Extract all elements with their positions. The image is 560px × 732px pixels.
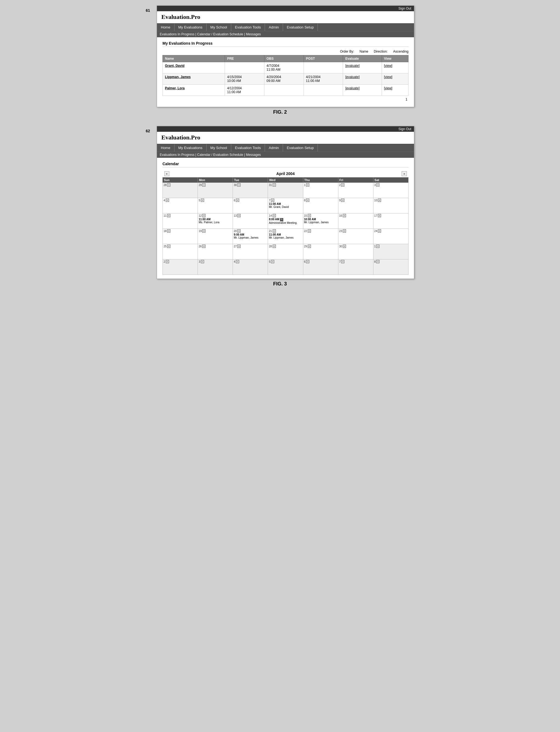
cal-add-icon[interactable]: +: [202, 214, 205, 217]
cal-day-cell: 4 +: [163, 198, 198, 213]
eval-evaluate-cell[interactable]: [evaluate]: [343, 85, 382, 96]
cal-add-icon[interactable]: +: [273, 214, 276, 217]
cal-add-icon[interactable]: +: [341, 260, 344, 263]
cal-event[interactable]: 10:00 AMMr. Lippman, James: [304, 218, 337, 224]
col-wed: Wed: [268, 178, 303, 183]
cal-add-icon[interactable]: +: [201, 260, 204, 263]
eval-table-row: Grant, David4/7/200411:00 AM[evaluate][v…: [163, 62, 408, 73]
cal-next-btn[interactable]: »: [402, 171, 407, 176]
nav-evaluation-tools-fig2[interactable]: Evaluation Tools: [231, 24, 265, 31]
cal-add-icon[interactable]: +: [306, 199, 309, 202]
cal-add-icon[interactable]: +: [202, 183, 205, 187]
cal-add-icon[interactable]: +: [376, 245, 379, 248]
cal-event[interactable]: 8:00 AM ✎Administrative Meeting.: [269, 218, 302, 224]
nav-evaluation-tools-fig3[interactable]: Evaluation Tools: [231, 144, 265, 151]
sub-nav-text-fig3[interactable]: Evaluations In Progress | Calendar / Eva…: [160, 153, 261, 157]
cal-event[interactable]: 9:00 AMMr. Lippman, James: [234, 233, 267, 239]
cal-day-cell: 13 +: [233, 213, 268, 229]
cal-add-icon[interactable]: +: [308, 229, 311, 233]
cal-add-icon[interactable]: +: [343, 214, 346, 217]
cal-add-icon[interactable]: +: [166, 260, 169, 263]
cal-add-icon[interactable]: +: [237, 229, 241, 233]
eval-evaluate-cell[interactable]: [evaluate]: [343, 73, 382, 85]
sub-nav-fig3: Evaluations In Progress | Calendar / Eva…: [157, 151, 414, 158]
eval-name-cell[interactable]: Lippman, James: [163, 73, 225, 85]
cal-add-icon[interactable]: +: [166, 199, 169, 202]
cal-add-icon[interactable]: +: [343, 245, 346, 248]
cal-add-icon[interactable]: +: [167, 183, 170, 187]
cal-day-cell: 10 +: [373, 198, 408, 213]
cal-add-icon[interactable]: +: [202, 245, 205, 248]
eval-view-cell[interactable]: [view]: [382, 73, 408, 85]
cal-add-icon[interactable]: +: [273, 229, 276, 233]
cal-add-icon[interactable]: +: [343, 229, 346, 233]
cal-event[interactable]: 11:00 AMMr. Grant, David: [269, 202, 302, 208]
eval-view-cell[interactable]: [view]: [382, 62, 408, 73]
signout-button-fig3[interactable]: Sign Out: [398, 127, 411, 131]
cal-day-number: 7 +: [339, 260, 372, 263]
cal-add-icon[interactable]: +: [271, 260, 274, 263]
nav-evaluation-setup-fig2[interactable]: Evaluation Setup: [283, 24, 318, 31]
cal-add-icon[interactable]: +: [236, 199, 239, 202]
col-thu: Thu: [303, 178, 338, 183]
nav-admin-fig2[interactable]: Admin: [265, 24, 283, 31]
cal-add-icon[interactable]: +: [378, 199, 381, 202]
cal-add-icon[interactable]: +: [271, 199, 274, 202]
cal-add-icon[interactable]: +: [378, 214, 381, 217]
cal-day-cell: 26 +: [198, 244, 233, 259]
signout-button[interactable]: Sign Out: [398, 7, 411, 10]
cal-add-icon[interactable]: +: [341, 183, 344, 187]
cal-event[interactable]: 11:00 AMMr. Lippman, James: [269, 233, 302, 239]
cal-day-number: 13 +: [234, 214, 267, 217]
cal-add-icon[interactable]: +: [237, 214, 241, 217]
cal-day-number: 28 +: [164, 183, 197, 187]
sub-nav-text-fig2[interactable]: Evaluations In Progress | Calendar / Eva…: [160, 32, 261, 36]
cal-add-icon[interactable]: +: [341, 199, 344, 202]
nav-evaluation-setup-fig3[interactable]: Evaluation Setup: [283, 144, 318, 151]
direction-value[interactable]: Ascending: [393, 50, 408, 53]
cal-prev-btn[interactable]: «: [164, 171, 169, 176]
nav-admin-fig3[interactable]: Admin: [265, 144, 283, 151]
cal-add-icon[interactable]: +: [237, 183, 241, 187]
nav-my-evaluations-fig3[interactable]: My Evaluations: [175, 144, 207, 151]
cal-add-icon[interactable]: +: [308, 214, 311, 217]
cal-add-icon[interactable]: +: [167, 229, 170, 233]
app-header-fig2: Evaluation.Pro: [157, 11, 414, 23]
cal-add-icon[interactable]: +: [236, 260, 239, 263]
cal-day-cell: 30 +: [338, 244, 373, 259]
cal-add-icon[interactable]: +: [306, 260, 309, 263]
screen-fig3: Sign Out Evaluation.Pro Home My Evaluati…: [157, 126, 414, 279]
cal-add-icon[interactable]: +: [378, 229, 381, 233]
event-type-icon[interactable]: ✎: [280, 218, 283, 221]
eval-name-cell[interactable]: Grant, David: [163, 62, 225, 73]
cal-add-icon[interactable]: +: [376, 260, 379, 263]
nav-home-fig2[interactable]: Home: [157, 24, 175, 31]
figure-2-number: 61: [146, 5, 154, 13]
cal-add-icon[interactable]: +: [202, 229, 205, 233]
eval-cell: 4/7/200411:00 AM: [264, 62, 304, 73]
nav-my-evaluations-fig2[interactable]: My Evaluations: [175, 24, 207, 31]
nav-my-school-fig3[interactable]: My School: [207, 144, 231, 151]
nav-my-school-fig2[interactable]: My School: [207, 24, 231, 31]
cal-day-number: 12 +: [199, 214, 232, 217]
eval-view-cell[interactable]: [view]: [382, 85, 408, 96]
cal-event[interactable]: 11:00 AMMs. Palmer, Lora: [199, 218, 232, 224]
cal-add-icon[interactable]: +: [167, 214, 170, 217]
cal-add-icon[interactable]: +: [273, 183, 276, 187]
order-by-value[interactable]: Name: [359, 50, 368, 53]
cal-add-icon[interactable]: +: [306, 183, 309, 187]
cal-add-icon[interactable]: +: [237, 245, 241, 248]
cal-day-number: 1 +: [374, 245, 407, 248]
col-sun: Sun: [163, 178, 198, 183]
cal-add-icon[interactable]: +: [308, 245, 311, 248]
cal-day-cell: 16 +: [338, 213, 373, 229]
col-post: POST: [304, 55, 343, 62]
cal-add-icon[interactable]: +: [201, 199, 204, 202]
cal-day-cell: 1 +: [373, 244, 408, 259]
eval-evaluate-cell[interactable]: [evaluate]: [343, 62, 382, 73]
eval-name-cell[interactable]: Palmer, Lora: [163, 85, 225, 96]
nav-home-fig3[interactable]: Home: [157, 144, 175, 151]
cal-add-icon[interactable]: +: [376, 183, 379, 187]
cal-add-icon[interactable]: +: [167, 245, 170, 248]
cal-add-icon[interactable]: +: [273, 245, 276, 248]
